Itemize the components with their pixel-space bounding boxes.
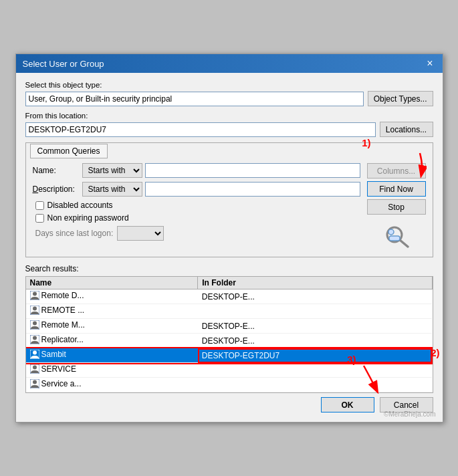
col-name: Name	[26, 277, 198, 289]
disabled-accounts-checkbox[interactable]	[35, 201, 44, 210]
svg-rect-4	[389, 236, 400, 241]
annotation-3: 3)	[347, 354, 356, 365]
common-queries-box: Common Queries Name: Starts with Is (exa…	[25, 142, 433, 257]
locations-button[interactable]: Locations...	[380, 122, 433, 137]
non-expiring-checkbox[interactable]	[35, 214, 44, 223]
find-now-button[interactable]: Find Now	[367, 181, 426, 197]
search-results-section: Search results: 3) Name	[25, 264, 433, 393]
row-name: Remote D...	[26, 289, 198, 304]
cq-left: Name: Starts with Is (exactly) Starts wi…	[33, 163, 360, 241]
disabled-accounts-row: Disabled accounts	[35, 201, 360, 210]
days-row: Days since last logon:	[35, 226, 360, 241]
disabled-accounts-label: Disabled accounts	[47, 201, 113, 210]
cq-name-select[interactable]: Starts with Is (exactly) Starts with	[82, 163, 142, 178]
row-folder: DESKTOP-E...	[198, 319, 432, 334]
table-row[interactable]: REMOTE ...	[26, 304, 433, 319]
cq-desc-select[interactable]: Starts with Is (exactly)	[82, 182, 142, 197]
row-folder	[198, 392, 432, 394]
cq-name-input[interactable]	[145, 163, 360, 178]
title-bar: Select User or Group ×	[16, 54, 443, 73]
row-folder	[198, 363, 432, 378]
columns-button[interactable]: Columns...	[367, 163, 426, 178]
stop-button[interactable]: Stop	[367, 199, 426, 215]
row-folder: DESKTOP-EGT2DU7	[198, 348, 432, 363]
annotation-1: 1)	[362, 137, 370, 148]
row-name: REMOTE ...	[26, 304, 198, 319]
non-expiring-row: Non expiring password	[35, 213, 360, 223]
object-type-input[interactable]	[25, 92, 364, 106]
row-name: Service a...	[26, 378, 198, 392]
col-folder: In Folder	[198, 277, 432, 289]
row-name: Replicator...	[26, 334, 198, 348]
row-name: SERVICE	[26, 363, 198, 378]
svg-point-10	[33, 322, 37, 326]
dialog-title: Select User or Group	[23, 59, 104, 69]
cq-desc-input[interactable]	[145, 182, 360, 197]
table-row[interactable]: Remote M...DESKTOP-E...	[26, 319, 433, 334]
row-folder: DESKTOP-E...	[198, 334, 432, 348]
days-select[interactable]	[117, 226, 164, 241]
row-folder	[198, 378, 432, 392]
table-row[interactable]: SambitDESKTOP-EGT2DU7	[26, 348, 433, 363]
cq-body: Name: Starts with Is (exactly) Starts wi…	[26, 158, 433, 257]
cq-right-panel: Columns... Find Now Stop	[367, 163, 426, 250]
object-type-label: Select this object type:	[25, 81, 433, 89]
row-name: Remote M...	[26, 319, 198, 334]
search-graphic	[367, 223, 426, 250]
object-type-row: Object Types...	[25, 91, 433, 106]
ok-button[interactable]: OK	[321, 397, 374, 412]
dialog-body: Select this object type: Object Types...…	[16, 73, 443, 422]
svg-point-14	[33, 351, 37, 355]
svg-point-16	[33, 366, 37, 370]
close-button[interactable]: ×	[424, 58, 435, 69]
common-queries-section: 1) Common Queries	[25, 142, 433, 257]
table-row[interactable]: Replicator...DESKTOP-E...	[26, 334, 433, 348]
svg-point-8	[33, 307, 37, 311]
location-row: Locations...	[25, 122, 433, 137]
days-label: Days since last logon:	[35, 229, 114, 238]
cq-desc-row: Description: Starts with Is (exactly)	[33, 182, 360, 197]
svg-point-3	[388, 229, 394, 235]
row-name: SYSTEM	[26, 392, 198, 394]
svg-point-6	[33, 292, 37, 296]
cq-name-row: Name: Starts with Is (exactly) Starts wi…	[33, 163, 360, 178]
row-name: Sambit	[26, 348, 198, 363]
location-input[interactable]	[25, 122, 376, 137]
common-queries-tab[interactable]: Common Queries	[30, 144, 108, 158]
svg-line-2	[400, 240, 408, 247]
select-user-dialog: Select User or Group × Select this objec…	[15, 53, 443, 423]
object-types-button[interactable]: Object Types...	[368, 91, 433, 106]
cq-desc-label: Description:	[33, 185, 80, 194]
non-expiring-label: Non expiring password	[47, 213, 129, 223]
location-label: From this location:	[25, 112, 433, 120]
cq-name-label: Name:	[33, 166, 80, 175]
annotation-2: 2)	[431, 347, 439, 358]
row-folder	[198, 304, 432, 319]
cq-search-row: Name: Starts with Is (exactly) Starts wi…	[33, 163, 426, 250]
table-row[interactable]: Remote D...DESKTOP-E...	[26, 289, 433, 304]
cq-tab-row: Common Queries	[26, 143, 433, 158]
row-folder: DESKTOP-E...	[198, 289, 432, 304]
svg-point-12	[33, 336, 37, 340]
bottom-buttons: OK Cancel	[25, 393, 433, 415]
watermark: ©MeraBheja.com	[384, 410, 435, 418]
svg-point-18	[33, 380, 37, 384]
search-results-label: Search results:	[25, 264, 433, 273]
